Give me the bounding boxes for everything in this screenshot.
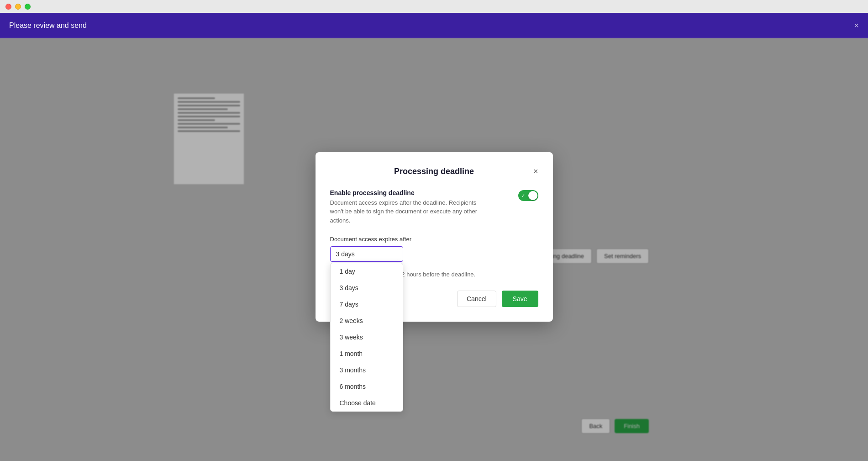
minimize-traffic-light[interactable] (15, 4, 21, 10)
enable-deadline-toggle-row: Enable processing deadline Document acce… (330, 189, 538, 225)
modal-header: Processing deadline × (330, 167, 538, 176)
dropdown-item-3months[interactable]: 3 months (331, 362, 403, 378)
dropdown-item-7days[interactable]: 7 days (331, 296, 403, 313)
expires-input-wrapper: 3 days 1 day 3 days 7 days 2 weeks 3 wee… (330, 246, 403, 262)
modal-close-button[interactable]: × (533, 167, 538, 175)
dropdown-item-1month[interactable]: 1 month (331, 345, 403, 362)
expires-dropdown-trigger[interactable]: 3 days (330, 246, 403, 262)
toggle-knob (528, 191, 537, 200)
page-title: Please review and send (9, 21, 87, 30)
processing-deadline-modal: Processing deadline × Enable processing … (316, 152, 553, 322)
expires-section: Document access expires after 3 days 1 d… (330, 236, 538, 262)
toggle-description: Document access expires after the deadli… (330, 198, 485, 225)
dropdown-item-3weeks[interactable]: 3 weeks (331, 329, 403, 345)
dropdown-item-choose-date[interactable]: Choose date (331, 395, 403, 411)
dropdown-item-6months[interactable]: 6 months (331, 378, 403, 395)
toggle-label-group: Enable processing deadline Document acce… (330, 189, 485, 225)
maximize-traffic-light[interactable] (25, 4, 31, 10)
dropdown-item-2weeks[interactable]: 2 weeks (331, 313, 403, 329)
save-button[interactable]: Save (502, 291, 538, 307)
modal-title: Processing deadline (394, 167, 474, 176)
titlebar (0, 0, 868, 13)
expires-label: Document access expires after (330, 236, 538, 243)
app-header: Please review and send × (0, 13, 868, 38)
toggle-check-icon: ✓ (521, 192, 525, 198)
expires-dropdown: 1 day 3 days 7 days 2 weeks 3 weeks 1 mo… (330, 263, 403, 412)
enable-deadline-toggle[interactable]: ✓ (518, 190, 538, 201)
expires-value: 3 days (336, 250, 397, 258)
close-traffic-light[interactable] (5, 4, 11, 10)
header-close-button[interactable]: × (854, 21, 859, 31)
toggle-label: Enable processing deadline (330, 189, 485, 196)
dropdown-item-1day[interactable]: 1 day (331, 263, 403, 280)
dropdown-item-3days[interactable]: 3 days (331, 280, 403, 296)
cancel-button[interactable]: Cancel (457, 291, 496, 307)
